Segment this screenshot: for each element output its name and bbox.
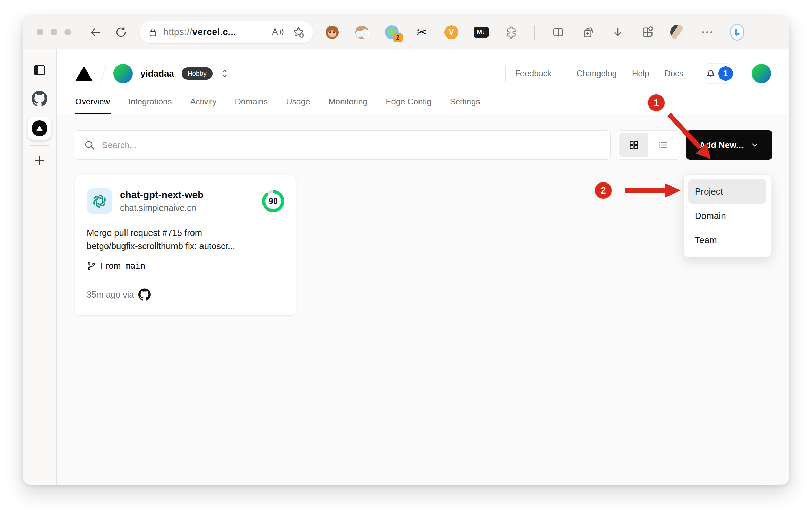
downloads-button[interactable] (611, 25, 625, 40)
view-toggle (617, 130, 680, 160)
plan-badge: Hobby (182, 67, 213, 80)
project-titles: chat-gpt-next-web chat.simplenaive.cn (120, 189, 254, 213)
notifications-button[interactable]: 1 (699, 63, 736, 84)
split-screen-icon (552, 26, 564, 39)
tab-integrations[interactable]: Integrations (128, 92, 172, 114)
notification-count-badge: 1 (718, 66, 733, 81)
bing-chat-button[interactable] (730, 25, 744, 40)
tab-usage[interactable]: Usage (285, 92, 311, 114)
deploy-time-text: 35m ago via (87, 290, 134, 300)
browser-body: yidadaa Hobby Feedback Changelog Help Do… (23, 49, 789, 485)
feedback-button[interactable]: Feedback (505, 63, 561, 84)
sidebar-divider (30, 145, 49, 146)
annotation-step-2: 2 (595, 182, 612, 199)
browser-window: https://vercel.c... 2 ✂ V M↓ (23, 16, 789, 485)
project-name: chat-gpt-next-web (120, 189, 254, 200)
granny-icon (355, 26, 369, 39)
tab-github[interactable] (32, 91, 47, 106)
tab-settings[interactable]: Settings (449, 92, 481, 114)
close-button[interactable] (37, 29, 43, 35)
grid-view-icon (628, 139, 639, 151)
tampermonkey-extension-icon[interactable] (325, 25, 339, 40)
bing-b-glyph (733, 28, 742, 37)
dropdown-item-team[interactable]: Team (688, 228, 766, 252)
user-persona-extension-icon[interactable] (355, 25, 369, 40)
help-link[interactable]: Help (632, 69, 649, 78)
reload-button[interactable] (114, 25, 128, 39)
score-value: 90 (269, 197, 278, 206)
dropdown-item-project[interactable]: Project (688, 179, 766, 204)
tab-activity[interactable]: Activity (189, 92, 217, 114)
tab-overview[interactable]: Overview (75, 92, 111, 114)
commit-line-1: Merge pull request #715 from (87, 227, 284, 240)
star-plus-icon (292, 26, 305, 39)
add-favorite-button[interactable] (291, 25, 306, 39)
project-card[interactable]: chat-gpt-next-web chat.simplenaive.cn 90… (75, 175, 296, 316)
chevron-updown-icon (220, 68, 229, 79)
git-branch-icon (87, 261, 96, 271)
url-host: vercel.c... (192, 27, 236, 37)
branch-label: From (101, 261, 121, 271)
search-icon (84, 139, 95, 151)
address-bar[interactable]: https://vercel.c... (140, 21, 313, 43)
dropdown-item-domain[interactable]: Domain (688, 204, 766, 228)
user-avatar[interactable] (752, 64, 771, 83)
plus-icon (33, 154, 46, 168)
sidebar-panel-icon (32, 63, 47, 77)
zoom-button[interactable] (64, 29, 71, 35)
annotation-step-1: 1 (648, 94, 665, 111)
minimize-button[interactable] (51, 29, 57, 35)
add-new-button[interactable]: Add New... (686, 130, 772, 160)
team-switcher-button[interactable] (220, 68, 229, 79)
lighthouse-score-ring: 90 (262, 190, 284, 212)
tab-edge-config[interactable]: Edge Config (385, 92, 432, 114)
markdown-icon: M↓ (474, 27, 489, 38)
tab-domains[interactable]: Domains (234, 92, 268, 114)
changelog-link[interactable]: Changelog (577, 69, 617, 78)
search-input[interactable] (102, 140, 601, 150)
desktop-background: https://vercel.c... 2 ✂ V M↓ (0, 0, 812, 512)
more-menu-button[interactable] (700, 25, 715, 40)
github-icon (32, 91, 47, 106)
new-tab-button[interactable] (33, 154, 46, 168)
breadcrumb-separator (100, 65, 107, 83)
vercel-header: yidadaa Hobby Feedback Changelog Help Do… (57, 49, 789, 114)
workspaces-grid-icon (641, 26, 654, 39)
read-aloud-button[interactable] (270, 25, 285, 39)
vertical-tab-strip (23, 49, 57, 485)
puzzle-icon (504, 26, 518, 39)
team-avatar (113, 64, 133, 83)
read-aloud-icon (271, 27, 285, 38)
header-actions: Feedback Changelog Help Docs 1 (505, 63, 771, 84)
list-view-button[interactable] (648, 133, 677, 157)
collections-button[interactable] (581, 25, 595, 40)
add-new-dropdown: Project Domain Team (683, 174, 771, 257)
v-extension-icon[interactable]: V (444, 25, 459, 40)
translate-extension-icon[interactable]: 2 (385, 25, 399, 40)
ellipsis-icon (702, 31, 712, 33)
project-icon (87, 188, 112, 214)
profile-avatar-button[interactable] (670, 25, 685, 40)
markdown-download-extension-icon[interactable]: M↓ (474, 25, 489, 40)
cat-avatar (670, 25, 685, 40)
back-button[interactable] (88, 25, 102, 39)
extensions-menu-button[interactable] (504, 25, 518, 40)
collections-icon (581, 26, 595, 39)
extension-badge: 2 (393, 33, 403, 42)
extensions-row: 2 ✂ V M↓ (325, 25, 775, 40)
vercel-triangle-icon (35, 124, 44, 133)
commit-line-2: betgo/bugfix-scrollthumb fix: autoscr... (87, 240, 284, 253)
download-icon (612, 26, 624, 39)
clip-extension-icon[interactable]: ✂ (414, 25, 429, 40)
back-arrow-icon (89, 26, 102, 39)
project-domain[interactable]: chat.simplenaive.cn (120, 203, 254, 213)
v-badge-icon: V (444, 25, 458, 39)
workspaces-button[interactable] (640, 25, 655, 40)
split-screen-button[interactable] (551, 25, 565, 40)
grid-view-button[interactable] (619, 133, 648, 157)
toggle-sidebar-button[interactable] (32, 63, 47, 77)
docs-link[interactable]: Docs (664, 69, 683, 78)
tab-monitoring[interactable]: Monitoring (328, 92, 368, 114)
tab-vercel-active[interactable] (28, 117, 51, 140)
team-name: yidadaa (140, 68, 174, 79)
